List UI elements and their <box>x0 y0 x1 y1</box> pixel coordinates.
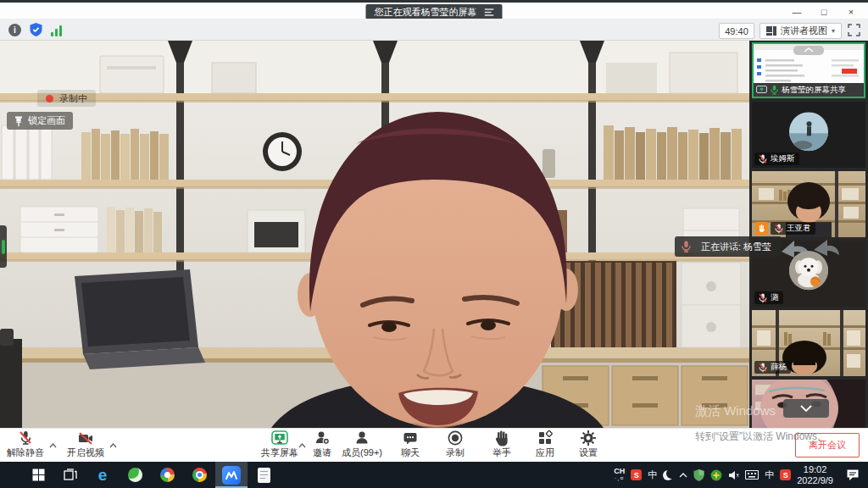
settings-button[interactable]: 设置 <box>570 430 607 460</box>
pin-icon <box>14 116 23 126</box>
meeting-timer: 49:40 <box>719 23 754 39</box>
mic-muted-icon <box>775 224 783 234</box>
view-mode-label: 演讲者视图 <box>781 25 827 37</box>
avatar <box>789 112 828 151</box>
participant-label: 王亚君 <box>771 222 815 235</box>
record-button[interactable]: 录制 <box>437 430 474 460</box>
taskbar-edge-button[interactable]: e <box>86 462 119 488</box>
camera-off-icon <box>77 430 94 446</box>
participant-name: 杨雪莹的屏幕共享 <box>782 85 846 96</box>
thumbnail-screen-share[interactable]: 杨雪莹的屏幕共享 <box>752 42 865 98</box>
document-icon <box>258 468 270 483</box>
list-icon[interactable] <box>485 8 494 16</box>
taskbar-meeting-app-button[interactable] <box>215 462 248 488</box>
maximize-button[interactable]: □ <box>810 4 837 19</box>
members-button[interactable]: 成员(99+) <box>338 430 386 460</box>
fullscreen-button[interactable] <box>848 24 860 40</box>
participant-name: 潞 <box>771 292 779 303</box>
meeting-info-icon[interactable]: i <box>8 24 21 36</box>
thumbnail-participant[interactable]: 薛杨 <box>752 310 865 376</box>
task-view-icon <box>64 469 77 481</box>
recording-label: 录制中 <box>59 92 87 105</box>
settings-gear-icon <box>580 430 597 446</box>
watching-screen-label: 您正在观看杨雪莹的屏幕 <box>375 6 477 19</box>
thumbnail-participant[interactable]: 埃姆斯 <box>752 102 865 168</box>
system-tray: CH ·,≡ S 中 中 S 19:02 2022/9/9 <box>614 462 868 488</box>
chrome-icon <box>192 468 207 482</box>
taskbar-document-button[interactable] <box>248 462 280 488</box>
view-mode-button[interactable]: 演讲者视图 ▾ <box>760 23 842 39</box>
sogou-icon[interactable]: S <box>631 469 642 480</box>
screen-share-label-bar: 杨雪莹的屏幕共享 <box>754 83 864 97</box>
recording-dot-icon <box>46 95 53 103</box>
participants-sidebar: 杨雪莹的屏幕共享 埃姆斯 <box>749 41 868 428</box>
meeting-status-icons: i <box>8 23 62 36</box>
reaction-arrows-overlay <box>780 236 841 269</box>
layout-icon <box>766 26 776 36</box>
start-video-button[interactable]: 开启视频 <box>65 430 106 460</box>
audio-options-chevron[interactable] <box>49 436 57 452</box>
meeting-app-icon <box>222 466 241 485</box>
tray-expand-chevron[interactable] <box>679 473 687 478</box>
network-signal-icon[interactable] <box>51 25 62 36</box>
ime-indicator[interactable]: CH ·,≡ <box>614 468 625 482</box>
main-video: 录制中 锁定画面 <box>0 41 749 428</box>
edge-icon: e <box>98 467 108 483</box>
chinese-lang-icon[interactable]: 中 <box>765 469 774 481</box>
participants-scroll-down-button[interactable] <box>783 399 829 418</box>
audio-level-indicator <box>0 225 7 268</box>
invite-label: 邀请 <box>313 447 331 458</box>
apps-button[interactable]: 应用 <box>526 430 564 460</box>
speaking-now-label: 正在讲话: 杨雪莹 <box>701 241 771 253</box>
meeting-app-window: 您正在观看杨雪莹的屏幕 — □ × i 49:40 演讲者视图 ▾ <box>0 0 868 488</box>
pinwheel-browser-icon <box>160 468 175 482</box>
chat-button[interactable]: 聊天 <box>392 430 429 460</box>
minimize-button[interactable]: — <box>783 4 810 19</box>
taskbar-browser-green-button[interactable] <box>119 462 151 488</box>
mic-on-icon <box>771 85 778 95</box>
participant-name: 薛杨 <box>771 362 787 373</box>
screen-share-icon <box>756 86 767 95</box>
invite-icon <box>314 430 331 446</box>
close-button[interactable]: × <box>837 4 865 19</box>
pin-screen-button[interactable]: 锁定画面 <box>7 112 73 130</box>
security-shield-icon[interactable] <box>30 23 42 36</box>
tray-time: 19:02 <box>797 464 833 475</box>
defender-shield-icon[interactable] <box>693 469 704 481</box>
start-button[interactable] <box>22 462 54 488</box>
touch-keyboard-icon[interactable] <box>745 470 759 480</box>
night-mode-icon[interactable] <box>663 470 673 480</box>
speaking-now-tooltip: 正在讲话: 杨雪莹 <box>675 236 782 257</box>
chevron-down-icon <box>800 405 812 412</box>
task-view-button[interactable] <box>54 462 86 488</box>
chinese-lang-icon[interactable]: 中 <box>648 469 657 481</box>
window-controls: — □ × <box>783 4 865 19</box>
record-icon <box>447 430 464 446</box>
sogou-tray-icon[interactable]: S <box>780 469 791 480</box>
share-screen-button[interactable]: 共享屏幕 <box>258 430 302 460</box>
settings-label: 设置 <box>579 447 598 458</box>
speaking-mic-icon <box>682 241 691 252</box>
video-options-chevron[interactable] <box>109 436 117 452</box>
ime-mode-icon: ·,≡ <box>615 475 624 481</box>
tray-date: 2022/9/9 <box>797 475 833 486</box>
thumbnail-participant[interactable]: 王亚君 <box>752 171 865 237</box>
taskbar-clock[interactable]: 19:02 2022/9/9 <box>797 464 833 486</box>
mic-muted-icon <box>17 430 34 446</box>
chat-label: 聊天 <box>401 447 420 458</box>
share-screen-icon <box>271 430 288 446</box>
action-center-icon[interactable] <box>846 469 860 481</box>
participant-label: 潞 <box>754 291 783 304</box>
raise-hand-label: 举手 <box>492 447 511 458</box>
title-bar: 您正在观看杨雪莹的屏幕 — □ × <box>0 3 868 19</box>
invite-button[interactable]: 邀请 <box>303 430 341 460</box>
hand-raised-badge <box>755 222 768 235</box>
taskbar-browser-pinwheel-button[interactable] <box>151 462 183 488</box>
participant-label: 埃姆斯 <box>754 152 799 165</box>
mic-muted-icon <box>759 154 767 164</box>
unmute-button[interactable]: 解除静音 <box>5 430 46 460</box>
taskbar-chrome-button[interactable] <box>183 462 215 488</box>
volume-icon[interactable] <box>728 470 739 480</box>
antivirus-icon[interactable] <box>710 469 722 481</box>
raise-hand-button[interactable]: 举手 <box>483 430 520 460</box>
